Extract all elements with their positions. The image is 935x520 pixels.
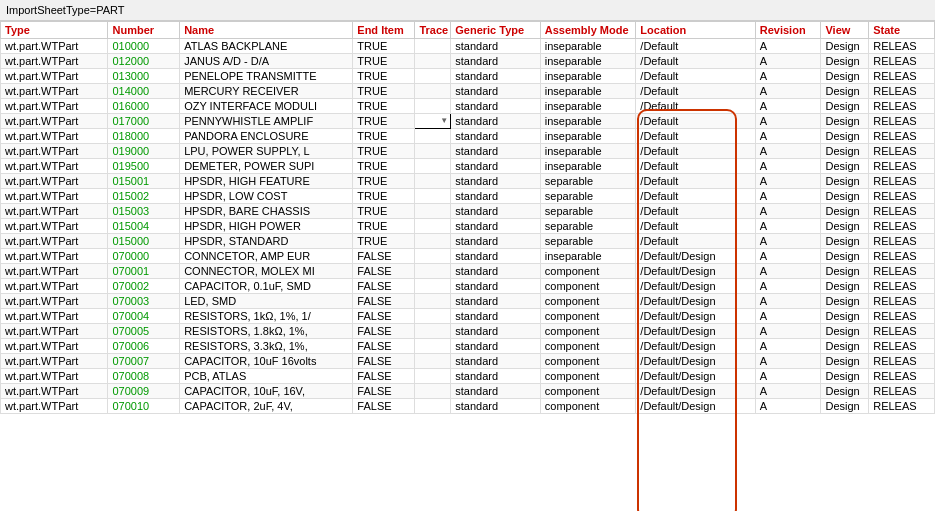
table-row[interactable]: wt.part.WTPart013000PENELOPE TRANSMITTET… <box>1 69 935 84</box>
table-row[interactable]: wt.part.WTPart070000CONNCETOR, AMP EURFA… <box>1 249 935 264</box>
cell-revision: A <box>755 84 821 99</box>
cell-name: HPSDR, BARE CHASSIS <box>180 204 353 219</box>
cell-generictype: standard <box>451 354 541 369</box>
cell-state: RELEAS <box>869 234 935 249</box>
col-header-number[interactable]: Number <box>108 22 180 39</box>
table-row[interactable]: wt.part.WTPart070004RESISTORS, 1kΩ, 1%, … <box>1 309 935 324</box>
cell-revision: A <box>755 354 821 369</box>
col-header-name[interactable]: Name <box>180 22 353 39</box>
cell-location: /Default <box>636 144 755 159</box>
table-row[interactable]: wt.part.WTPart015002HPSDR, LOW COSTTRUEs… <box>1 189 935 204</box>
col-header-revision[interactable]: Revision <box>755 22 821 39</box>
cell-assemblymode: inseparable <box>540 159 636 174</box>
cell-name: ATLAS BACKPLANE <box>180 39 353 54</box>
table-row[interactable]: wt.part.WTPart070008PCB, ATLASFALSEstand… <box>1 369 935 384</box>
cell-view: Design <box>821 324 869 339</box>
cell-trace <box>415 384 451 399</box>
cell-trace <box>415 234 451 249</box>
cell-revision: A <box>755 174 821 189</box>
table-row[interactable]: wt.part.WTPart070006RESISTORS, 3.3kΩ, 1%… <box>1 339 935 354</box>
table-row[interactable]: wt.part.WTPart010000ATLAS BACKPLANETRUEs… <box>1 39 935 54</box>
table-row[interactable]: wt.part.WTPart070010CAPACITOR, 2uF, 4V,F… <box>1 399 935 414</box>
col-header-view[interactable]: View <box>821 22 869 39</box>
cell-name: CAPACITOR, 2uF, 4V, <box>180 399 353 414</box>
cell-trace <box>415 309 451 324</box>
cell-generictype: standard <box>451 234 541 249</box>
cell-name: PENELOPE TRANSMITTE <box>180 69 353 84</box>
cell-location: /Default/Design <box>636 354 755 369</box>
cell-assemblymode: separable <box>540 189 636 204</box>
table-row[interactable]: wt.part.WTPart015000HPSDR, STANDARDTRUEs… <box>1 234 935 249</box>
col-header-assemblymode[interactable]: Assembly Mode <box>540 22 636 39</box>
table-row[interactable]: wt.part.WTPart070007CAPACITOR, 10uF 16vo… <box>1 354 935 369</box>
table-row[interactable]: wt.part.WTPart015003HPSDR, BARE CHASSIST… <box>1 204 935 219</box>
col-header-trace[interactable]: Trace I <box>415 22 451 39</box>
table-row[interactable]: wt.part.WTPart070001CONNECTOR, MOLEX MIF… <box>1 264 935 279</box>
cell-state: RELEAS <box>869 114 935 129</box>
table-row[interactable]: wt.part.WTPart018000PANDORA ENCLOSURETRU… <box>1 129 935 144</box>
cell-enditem: FALSE <box>353 384 415 399</box>
table-row[interactable]: wt.part.WTPart015004HPSDR, HIGH POWERTRU… <box>1 219 935 234</box>
cell-location: /Default/Design <box>636 309 755 324</box>
cell-trace <box>415 399 451 414</box>
cell-enditem: FALSE <box>353 264 415 279</box>
table-row[interactable]: wt.part.WTPart070003LED, SMDFALSEstandar… <box>1 294 935 309</box>
cell-enditem: FALSE <box>353 249 415 264</box>
cell-generictype: standard <box>451 264 541 279</box>
cell-type: wt.part.WTPart <box>1 369 108 384</box>
cell-assemblymode: component <box>540 384 636 399</box>
table-row[interactable]: wt.part.WTPart019500DEMETER, POWER SUPIT… <box>1 159 935 174</box>
table-row[interactable]: wt.part.WTPart019000LPU, POWER SUPPLY, L… <box>1 144 935 159</box>
cell-generictype: standard <box>451 219 541 234</box>
table-row[interactable]: wt.part.WTPart017000PENNYWHISTLE AMPLIFT… <box>1 114 935 129</box>
cell-location: /Default/Design <box>636 399 755 414</box>
cell-assemblymode: component <box>540 369 636 384</box>
cell-trace[interactable] <box>415 114 451 129</box>
cell-view: Design <box>821 264 869 279</box>
cell-enditem: TRUE <box>353 204 415 219</box>
cell-state: RELEAS <box>869 264 935 279</box>
table-row[interactable]: wt.part.WTPart070009CAPACITOR, 10uF, 16V… <box>1 384 935 399</box>
table-row[interactable]: wt.part.WTPart070005RESISTORS, 1.8kΩ, 1%… <box>1 324 935 339</box>
cell-number: 014000 <box>108 84 180 99</box>
cell-state: RELEAS <box>869 144 935 159</box>
cell-revision: A <box>755 264 821 279</box>
cell-number: 070006 <box>108 339 180 354</box>
cell-name: CAPACITOR, 10uF 16volts <box>180 354 353 369</box>
cell-location: /Default/Design <box>636 324 755 339</box>
col-header-state[interactable]: State <box>869 22 935 39</box>
cell-view: Design <box>821 129 869 144</box>
cell-generictype: standard <box>451 369 541 384</box>
table-row[interactable]: wt.part.WTPart014000MERCURY RECEIVERTRUE… <box>1 84 935 99</box>
cell-name: JANUS A/D - D/A <box>180 54 353 69</box>
col-header-enditem[interactable]: End Item <box>353 22 415 39</box>
table-row[interactable]: wt.part.WTPart015001HPSDR, HIGH FEATURET… <box>1 174 935 189</box>
table-row[interactable]: wt.part.WTPart016000OZY INTERFACE MODULI… <box>1 99 935 114</box>
cell-revision: A <box>755 369 821 384</box>
cell-assemblymode: separable <box>540 234 636 249</box>
table-row[interactable]: wt.part.WTPart070002CAPACITOR, 0.1uF, SM… <box>1 279 935 294</box>
cell-state: RELEAS <box>869 39 935 54</box>
cell-generictype: standard <box>451 114 541 129</box>
import-sheet-label: ImportSheetType=PART <box>6 4 125 16</box>
cell-state: RELEAS <box>869 339 935 354</box>
cell-view: Design <box>821 384 869 399</box>
cell-trace <box>415 84 451 99</box>
cell-view: Design <box>821 309 869 324</box>
cell-assemblymode: component <box>540 339 636 354</box>
cell-assemblymode: inseparable <box>540 99 636 114</box>
cell-enditem: TRUE <box>353 219 415 234</box>
table-row[interactable]: wt.part.WTPart012000JANUS A/D - D/ATRUEs… <box>1 54 935 69</box>
cell-enditem: TRUE <box>353 159 415 174</box>
col-header-generictype[interactable]: Generic Type <box>451 22 541 39</box>
cell-name: CONNECTOR, MOLEX MI <box>180 264 353 279</box>
cell-revision: A <box>755 99 821 114</box>
cell-revision: A <box>755 39 821 54</box>
cell-revision: A <box>755 384 821 399</box>
cell-revision: A <box>755 339 821 354</box>
cell-enditem: TRUE <box>353 144 415 159</box>
col-header-location[interactable]: Location <box>636 22 755 39</box>
cell-state: RELEAS <box>869 54 935 69</box>
col-header-type[interactable]: Type <box>1 22 108 39</box>
cell-enditem: FALSE <box>353 399 415 414</box>
